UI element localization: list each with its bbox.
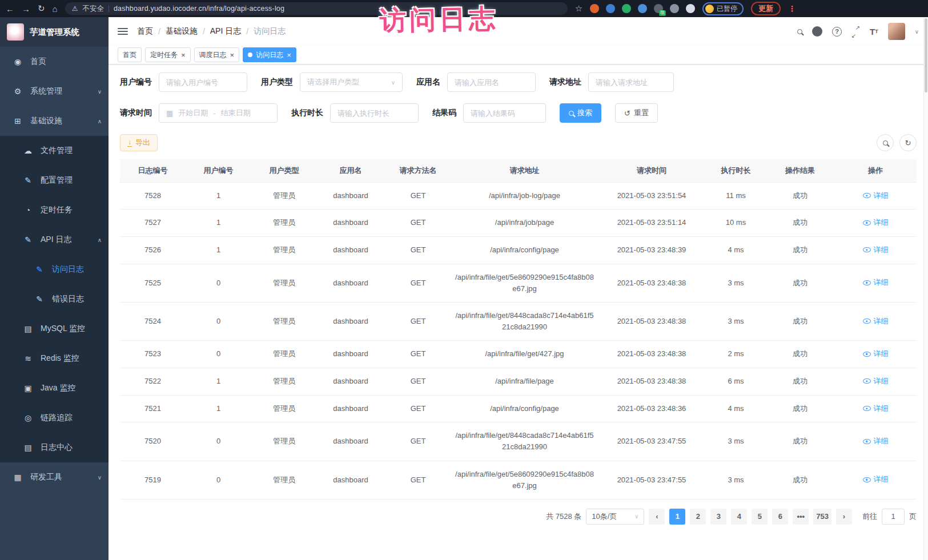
browser-menu-icon[interactable]: ⋮ bbox=[788, 4, 796, 13]
close-icon[interactable]: × bbox=[230, 51, 235, 59]
more-pages-button[interactable]: ••• bbox=[793, 509, 809, 525]
request-url-input[interactable] bbox=[588, 72, 674, 92]
eye-icon bbox=[863, 378, 871, 384]
sidebar-item-java-monitor[interactable]: ▣Java 监控 bbox=[0, 373, 109, 403]
browser-home-icon[interactable]: ⌂ bbox=[53, 4, 58, 14]
page-button-753[interactable]: 753 bbox=[813, 509, 831, 525]
page-button-3[interactable]: 3 bbox=[710, 509, 726, 525]
extension-shield-icon[interactable] bbox=[606, 4, 615, 13]
security-label[interactable]: 不安全 bbox=[82, 4, 104, 14]
forward-icon[interactable]: → bbox=[22, 4, 30, 14]
page-button-2[interactable]: 2 bbox=[690, 509, 706, 525]
back-icon[interactable]: ← bbox=[6, 4, 14, 14]
scrollbar[interactable] bbox=[923, 17, 928, 560]
breadcrumb-item[interactable]: 基础设施 bbox=[166, 26, 198, 37]
chevron-down-icon[interactable]: ∨ bbox=[915, 29, 919, 35]
close-icon[interactable]: × bbox=[287, 51, 291, 59]
update-button[interactable]: 更新 bbox=[751, 2, 781, 15]
cell-user-id: 1 bbox=[186, 368, 251, 395]
extension-pinwheel-icon[interactable] bbox=[686, 4, 695, 13]
cell-user-id: 0 bbox=[186, 341, 251, 368]
help-icon[interactable]: ? bbox=[832, 27, 842, 37]
detail-link[interactable]: 详细 bbox=[863, 316, 889, 327]
page-button-6[interactable]: 6 bbox=[772, 509, 788, 525]
close-icon[interactable]: × bbox=[181, 51, 186, 59]
export-button[interactable]: ↓ 导出 bbox=[120, 134, 158, 151]
column-header: 应用名 bbox=[317, 159, 384, 182]
tab-home[interactable]: 首页 bbox=[118, 47, 142, 62]
extension-wechat-icon[interactable] bbox=[622, 4, 631, 13]
cell-time: 2021-05-03 23:48:36 bbox=[597, 395, 706, 422]
search-button[interactable]: 搜索 bbox=[560, 103, 601, 123]
sidebar-item-file-management[interactable]: ☁文件管理 bbox=[0, 136, 109, 166]
sidebar-item-mysql-monitor[interactable]: ▤MySQL 监控 bbox=[0, 314, 109, 344]
search-icon[interactable] bbox=[797, 29, 802, 34]
result-code-input[interactable] bbox=[463, 103, 546, 123]
font-size-icon[interactable]: TT bbox=[870, 27, 878, 37]
hamburger-icon[interactable] bbox=[118, 28, 128, 35]
extension-grid-icon[interactable]: 萌 bbox=[654, 4, 663, 13]
sidebar-item-access-log[interactable]: ✎访问日志 bbox=[0, 255, 109, 284]
sidebar-item-api-log[interactable]: ✎API 日志∧ bbox=[0, 225, 109, 255]
extension-orange-icon[interactable] bbox=[590, 4, 599, 13]
toggle-search-button[interactable] bbox=[877, 134, 894, 151]
sidebar-item-system-management[interactable]: ⚙系统管理∨ bbox=[0, 76, 109, 106]
address-bar[interactable]: ⚠ 不安全 dashboard.yudao.iocoder.cn/infra/l… bbox=[65, 2, 568, 15]
next-page-button[interactable]: › bbox=[836, 509, 852, 525]
extension-person-icon[interactable] bbox=[670, 4, 679, 13]
cell-actions: 详细 bbox=[834, 395, 917, 422]
sidebar-item-infrastructure[interactable]: ⊞基础设施∧ bbox=[0, 106, 109, 136]
github-icon[interactable] bbox=[812, 26, 822, 37]
bookmark-star-icon[interactable]: ☆ bbox=[575, 3, 582, 14]
tab-access-log[interactable]: 访问日志× bbox=[243, 47, 296, 62]
detail-link[interactable]: 详细 bbox=[863, 474, 889, 485]
detail-link[interactable]: 详细 bbox=[863, 244, 889, 256]
detail-link[interactable]: 详细 bbox=[863, 436, 889, 447]
detail-link[interactable]: 详细 bbox=[863, 190, 889, 202]
cell-actions: 详细 bbox=[834, 302, 917, 340]
page-button-4[interactable]: 4 bbox=[731, 509, 747, 525]
sidebar-item-log-center[interactable]: ▤日志中心 bbox=[0, 433, 109, 462]
page-size-select[interactable]: 10条/页 ∨ bbox=[586, 509, 644, 525]
cell-id: 7522 bbox=[120, 368, 186, 395]
profile-chip[interactable]: 已暂停 bbox=[702, 2, 744, 15]
sidebar-item-redis-monitor[interactable]: ≋Redis 监控 bbox=[0, 344, 109, 373]
scrollbar-thumb[interactable] bbox=[925, 18, 927, 92]
user-avatar[interactable] bbox=[888, 23, 905, 40]
goto-page-input[interactable] bbox=[882, 509, 905, 525]
request-time-range-picker[interactable]: ▦ 开始日期 - 结束日期 bbox=[159, 103, 278, 123]
sidebar-item-home[interactable]: ◉首页 bbox=[0, 47, 109, 76]
detail-link[interactable]: 详细 bbox=[863, 376, 889, 387]
user-id-input[interactable] bbox=[159, 72, 247, 92]
cell-duration: 2 ms bbox=[706, 341, 766, 368]
chevron-up-icon: ∧ bbox=[98, 118, 102, 124]
detail-link[interactable]: 详细 bbox=[863, 217, 889, 228]
duration-input[interactable] bbox=[330, 103, 419, 123]
tab-scheduled-jobs[interactable]: 定时任务× bbox=[145, 47, 191, 62]
app-name-input[interactable] bbox=[447, 72, 536, 92]
sidebar-item-dev-tools[interactable]: ▦研发工具∨ bbox=[0, 462, 109, 492]
fullscreen-icon[interactable] bbox=[851, 27, 860, 36]
refresh-table-button[interactable]: ↻ bbox=[899, 134, 917, 151]
tab-schedule-log[interactable]: 调度日志× bbox=[194, 47, 240, 62]
app-logo[interactable]: 芋道管理系统 bbox=[0, 17, 109, 47]
detail-link[interactable]: 详细 bbox=[863, 403, 889, 414]
user-type-select[interactable]: 请选择用户类型 ∨ bbox=[300, 72, 403, 92]
sidebar-item-error-log[interactable]: ✎错误日志 bbox=[0, 284, 109, 314]
sidebar-item-scheduled-jobs[interactable]: ◔定时任务 bbox=[0, 195, 109, 225]
breadcrumb-item[interactable]: API 日志 bbox=[210, 26, 241, 37]
sidebar-item-trace[interactable]: ◎链路追踪 bbox=[0, 403, 109, 433]
page-button-5[interactable]: 5 bbox=[752, 509, 768, 525]
reload-icon[interactable]: ↻ bbox=[38, 3, 45, 14]
eye-icon bbox=[863, 352, 871, 357]
prev-page-button[interactable]: ‹ bbox=[649, 509, 665, 525]
sidebar-item-config-management[interactable]: ✎配置管理 bbox=[0, 166, 109, 195]
page-button-1[interactable]: 1 bbox=[669, 509, 685, 525]
cell-result: 成功 bbox=[766, 210, 834, 237]
extension-cubes-icon[interactable] bbox=[638, 4, 647, 13]
breadcrumb-item[interactable]: 首页 bbox=[137, 26, 153, 37]
column-header: 日志编号 bbox=[120, 159, 186, 182]
reset-button[interactable]: ↺ 重置 bbox=[615, 103, 658, 123]
detail-link[interactable]: 详细 bbox=[863, 348, 889, 360]
detail-link[interactable]: 详细 bbox=[863, 277, 889, 288]
